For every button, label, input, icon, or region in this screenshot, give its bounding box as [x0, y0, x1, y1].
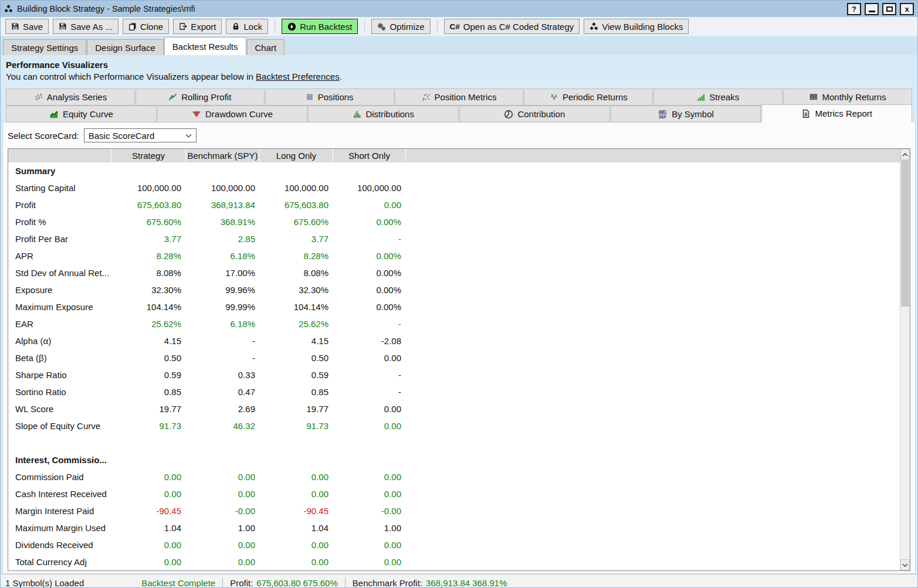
- metric-value: 104.14%: [260, 302, 333, 312]
- save-as-button-label: Save As ...: [70, 22, 113, 32]
- visualizer-tab-rolling-profit[interactable]: Rolling Profit: [136, 89, 265, 106]
- metric-value: 0.00: [111, 540, 186, 550]
- tab-design-surface[interactable]: Design Surface: [87, 39, 164, 55]
- metric-value: 0.00: [111, 557, 186, 567]
- tab-strategy-settings[interactable]: Strategy Settings: [3, 39, 86, 55]
- metric-value: -: [333, 234, 406, 244]
- open-csharp-button[interactable]: C#Open as C# Coded Strategy: [444, 19, 580, 34]
- run-backtest-button[interactable]: Run Backtest: [282, 19, 358, 34]
- table-row: Dividends Received0.000.000.000.00: [8, 536, 910, 553]
- metric-value: 4.15: [260, 336, 333, 346]
- visualizer-tab-positions[interactable]: Positions: [265, 89, 394, 106]
- streaks-icon: [697, 93, 705, 101]
- scroll-up-button[interactable]: [900, 149, 910, 160]
- visualizer-tab-periodic-returns[interactable]: Periodic Returns: [524, 89, 653, 106]
- column-header-long-only[interactable]: Long Only: [260, 149, 333, 162]
- metric-value: -0.00: [333, 506, 406, 516]
- metric-value: 0.00: [111, 472, 186, 482]
- metric-value: 17.00%: [186, 268, 260, 278]
- visualizer-tab-by-symbol[interactable]: ABCDEFBy Symbol: [611, 106, 761, 123]
- scrollbar-thumb[interactable]: [901, 160, 909, 307]
- visualizer-tab-contribution[interactable]: Contribution: [459, 106, 610, 123]
- save-icon: [59, 22, 67, 30]
- visualizer-tab-distributions[interactable]: Distributions: [308, 106, 459, 123]
- backtest-status-text: Backtest Complete: [141, 578, 215, 588]
- visualizer-tab-streaks[interactable]: Streaks: [653, 89, 782, 106]
- visualizer-tab-metrics-report[interactable]: Metrics Report: [761, 104, 912, 123]
- metric-value: -: [186, 353, 260, 363]
- metric-value: 1.00: [186, 523, 260, 533]
- metric-label: Alpha (α): [8, 336, 111, 346]
- maximize-button[interactable]: [882, 3, 896, 15]
- window-title: Building Block Strategy - Sample Strateg…: [17, 4, 195, 13]
- table-row: Starting Capital100,000.00100,000.00100,…: [8, 179, 910, 196]
- window-controls: ?x: [847, 3, 914, 15]
- metric-label: Margin Interest Paid: [8, 506, 111, 516]
- tab-backtest-results[interactable]: Backtest Results: [164, 37, 246, 55]
- scorecard-row: Select ScoreCard: Basic ScoreCard: [8, 128, 910, 142]
- metric-value: -: [186, 336, 260, 346]
- visualizer-tab-monthly-returns[interactable]: Monthly Returns: [783, 89, 912, 106]
- backtest-preferences-link[interactable]: Backtest Preferences: [256, 72, 340, 81]
- visualizer-tab-drawdown-curve[interactable]: Drawdown Curve: [157, 106, 308, 123]
- status-bar: 1 Symbol(s) Loaded Backtest Complete Pro…: [1, 574, 917, 588]
- metric-value: 0.85: [260, 387, 333, 397]
- section-label: Interest, Commissio...: [8, 455, 111, 465]
- status-separator: [345, 577, 345, 588]
- optimize-icon: [377, 22, 386, 31]
- scroll-down-button[interactable]: [900, 559, 910, 570]
- table-row: APR8.28%6.18%8.28%0.00%: [8, 247, 910, 264]
- metric-value: 0.00: [260, 540, 333, 550]
- backtest-results-panel: Performance Visualizers You can control …: [1, 55, 917, 574]
- metric-value: 8.08%: [260, 268, 333, 278]
- metric-value: 25.62%: [111, 319, 186, 329]
- visualizer-tab-equity-curve[interactable]: Equity Curve: [6, 106, 157, 123]
- column-header-benchmark-spy-[interactable]: Benchmark (SPY): [186, 149, 260, 162]
- metric-value: 0.59: [111, 370, 186, 380]
- select-scorecard-label: Select ScoreCard:: [8, 131, 79, 141]
- lock-button[interactable]: Lock: [226, 19, 268, 34]
- table-row: Beta (β)0.50-0.500.00: [8, 349, 910, 366]
- column-header-strategy[interactable]: Strategy: [111, 149, 186, 162]
- metric-value: 0.00: [186, 557, 260, 567]
- metrics-report-icon: [801, 109, 811, 118]
- scorecard-dropdown[interactable]: Basic ScoreCard: [84, 128, 197, 142]
- view-building-blocks-button[interactable]: View Building Blocks: [584, 19, 689, 34]
- metric-label: EAR: [8, 319, 111, 329]
- export-icon: [179, 22, 187, 30]
- visualizer-tab-position-metrics[interactable]: Position Metrics: [395, 89, 524, 106]
- table-row: Profit Per Bar3.772.853.77-: [8, 230, 910, 247]
- tab-chart[interactable]: Chart: [247, 39, 285, 55]
- clone-button[interactable]: Clone: [123, 19, 169, 34]
- optimize-button[interactable]: Optimize: [371, 19, 430, 34]
- visualizer-tab-label: Positions: [318, 92, 354, 102]
- visualizer-tab-label: Drawdown Curve: [205, 109, 273, 119]
- metric-value: 0.00%: [333, 285, 406, 295]
- minimize-button[interactable]: [865, 3, 879, 15]
- export-button[interactable]: Export: [173, 19, 222, 34]
- help-button[interactable]: ?: [847, 3, 861, 15]
- metric-value: 1.00: [333, 523, 406, 533]
- metric-label: Maximum Margin Used: [8, 523, 111, 533]
- section-row: Interest, Commissio...: [8, 451, 910, 468]
- metric-value: 0.00: [260, 489, 333, 499]
- toolbar-separator: [364, 19, 365, 33]
- metric-value: 91.73: [260, 421, 333, 431]
- run-backtest-button-label: Run Backtest: [300, 22, 352, 32]
- column-header-metric[interactable]: [8, 149, 111, 162]
- save-as-button[interactable]: Save As ...: [53, 19, 118, 34]
- visualizer-tab-label: Position Metrics: [435, 92, 497, 102]
- scrollbar-track[interactable]: [900, 160, 910, 559]
- table-row: Cash Interest Received0.000.000.000.00: [8, 485, 910, 502]
- csharp-icon: C#: [450, 22, 460, 31]
- view-building-blocks-button-label: View Building Blocks: [602, 22, 683, 32]
- visualizer-tab-analysis-series[interactable]: Analysis Series: [6, 89, 135, 106]
- vertical-scrollbar[interactable]: [900, 149, 910, 570]
- scorecard-selected-value: Basic ScoreCard: [89, 131, 155, 141]
- metric-label: WL Score: [8, 404, 111, 414]
- metric-value: 0.00%: [333, 251, 406, 261]
- save-button[interactable]: Save: [5, 19, 49, 34]
- column-header-short-only[interactable]: Short Only: [333, 149, 406, 162]
- close-button[interactable]: x: [900, 3, 914, 15]
- metric-value: 0.00: [333, 557, 406, 567]
